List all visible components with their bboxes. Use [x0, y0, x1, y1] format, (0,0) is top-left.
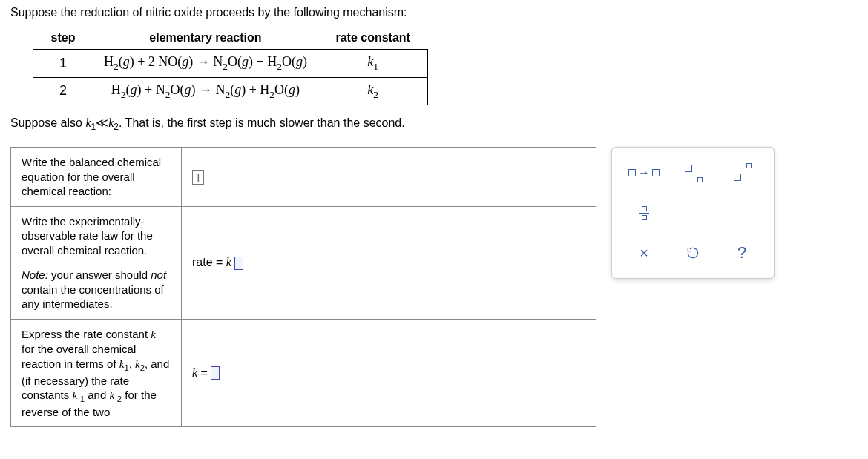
q1-label: Write the balanced chemical equation for…: [11, 148, 182, 207]
help-button[interactable]: ?: [723, 240, 760, 266]
subscript-button[interactable]: [674, 159, 711, 186]
symbol-palette: → × ?: [611, 147, 775, 279]
step-number: 2: [33, 77, 93, 105]
problem-intro: Suppose the reduction of nitric oxide pr…: [10, 6, 858, 19]
reset-button[interactable]: [674, 240, 711, 266]
assumption-text: Suppose also k1≪k2. That is, the first s…: [10, 116, 858, 132]
equation-input-icon[interactable]: ‖: [192, 170, 204, 185]
table-row: 2 H2(g) + N2O(g) → N2(g) + H2O(g) k2: [33, 77, 428, 105]
rate-constant: k2: [318, 77, 427, 105]
col-reaction: elementary reaction: [93, 27, 318, 50]
clear-button[interactable]: ×: [625, 240, 662, 266]
q2-label: Write the experimentally-observable rate…: [11, 206, 182, 319]
fraction-button[interactable]: [625, 199, 662, 226]
rate-constant: k1: [318, 50, 427, 78]
step-number: 1: [33, 50, 93, 78]
elementary-reaction: H2(g) + N2O(g) → N2(g) + H2O(g): [93, 77, 318, 105]
yields-arrow-button[interactable]: →: [625, 159, 662, 186]
q1-input-cell[interactable]: ‖: [182, 148, 596, 207]
q3-input-cell[interactable]: k =: [182, 319, 596, 426]
rate-law-input[interactable]: [234, 257, 243, 270]
mechanism-table: step elementary reaction rate constant 1…: [33, 27, 428, 105]
k-expression-input[interactable]: [211, 366, 220, 380]
q2-input-cell[interactable]: rate = k: [182, 206, 596, 319]
superscript-button[interactable]: [723, 159, 760, 186]
table-row: 1 H2(g) + 2 NO(g) → N2O(g) + H2O(g) k1: [33, 50, 428, 78]
answer-table: Write the balanced chemical equation for…: [10, 147, 596, 427]
elementary-reaction: H2(g) + 2 NO(g) → N2O(g) + H2O(g): [93, 50, 318, 78]
col-step: step: [33, 27, 93, 50]
q3-label: Express the rate constant k for the over…: [11, 319, 182, 426]
col-rate: rate constant: [318, 27, 427, 50]
